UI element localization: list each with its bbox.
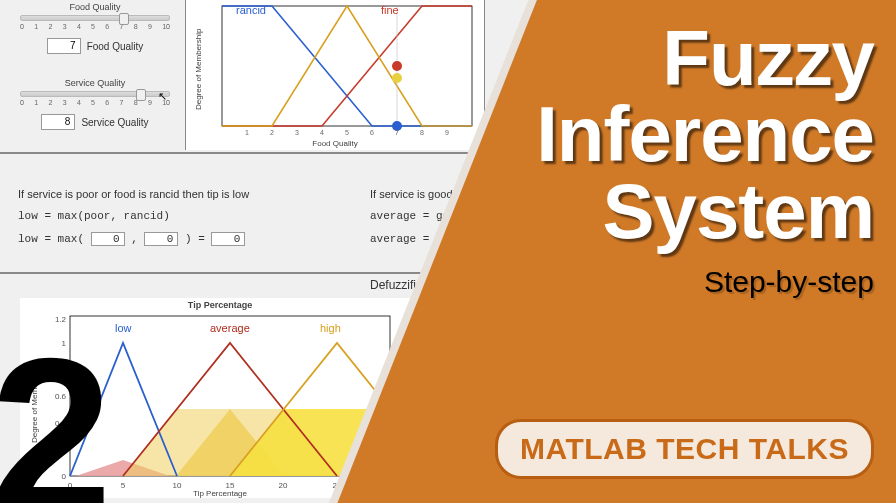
rule1-result[interactable]: 0 [211, 232, 245, 246]
svg-text:10: 10 [173, 481, 182, 490]
svg-text:20: 20 [279, 481, 288, 490]
service-quality-title: Service Quality [20, 78, 170, 88]
cursor-icon: ↖ [158, 90, 167, 103]
episode-number: 2 [0, 310, 106, 503]
service-quality-value-field[interactable]: 8 [41, 114, 75, 130]
food-chart-xlabel: Food Quality [312, 139, 357, 148]
legend-fine-label: fine [381, 4, 399, 16]
service-quality-ticks: 0 1 2 3 4 5 6 7 8 9 10 [20, 99, 170, 106]
svg-point-2 [392, 61, 402, 71]
legend-high: high [320, 322, 341, 334]
rule-formula-1a: low = max(poor, rancid) [18, 210, 268, 222]
service-quality-group: Service Quality ↖ 0 1 2 3 4 5 6 7 8 9 10… [20, 78, 170, 130]
rule-text-1: If service is poor or food is rancid the… [18, 188, 268, 200]
service-quality-slider-thumb[interactable] [136, 89, 146, 101]
subtitle: Step-by-step [536, 265, 874, 299]
title-line-2: Inference [536, 90, 874, 178]
tip-chart-title: Tip Percentage [188, 300, 252, 310]
service-quality-slider[interactable] [20, 91, 170, 97]
legend-rancid-label: rancid [236, 4, 266, 16]
title-block: Fuzzy Inference System Step-by-step [536, 20, 874, 299]
series-badge-label: MATLAB TECH TALKS [520, 432, 849, 465]
rule1-val-b[interactable]: 0 [144, 232, 178, 246]
rule-formula-1b: low = max( 0 , 0 ) = 0 [18, 232, 268, 246]
food-quality-group: Food Quality 0 1 2 3 4 5 6 7 8 9 10 7 Fo… [20, 2, 170, 54]
title-line-1: Fuzzy [662, 14, 874, 102]
service-quality-value-label: Service Quality [81, 117, 148, 128]
rule1-val-a[interactable]: 0 [91, 232, 125, 246]
controls-panel: Food Quality 0 1 2 3 4 5 6 7 8 9 10 7 Fo… [0, 0, 185, 150]
food-quality-slider[interactable] [20, 15, 170, 21]
food-quality-chart: rancid fine Degree of Membership Food Qu… [185, 0, 485, 150]
legend-low: low [115, 322, 132, 334]
inference-rule-left: If service is poor or food is rancid the… [18, 188, 268, 256]
svg-rect-0 [222, 6, 472, 126]
series-badge: MATLAB TECH TALKS [495, 419, 874, 479]
legend-average: average [210, 322, 250, 334]
food-quality-title: Food Quality [20, 2, 170, 12]
food-chart-ylabel: Degree of Membership [194, 29, 203, 110]
food-quality-slider-thumb[interactable] [119, 13, 129, 25]
svg-point-3 [392, 73, 402, 83]
title-line-3: System [603, 167, 875, 255]
food-quality-ticks: 0 1 2 3 4 5 6 7 8 9 10 [20, 23, 170, 30]
food-quality-value-label: Food Quality [87, 41, 144, 52]
food-quality-value-field[interactable]: 7 [47, 38, 81, 54]
svg-text:5: 5 [121, 481, 126, 490]
tip-chart-xlabel: Tip Percentage [193, 489, 247, 498]
